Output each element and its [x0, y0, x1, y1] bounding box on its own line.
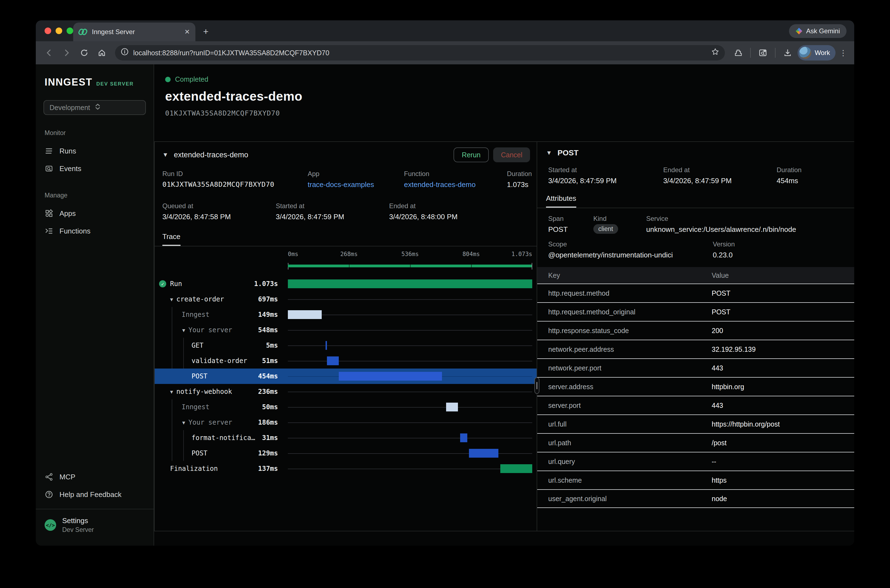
attribute-row: user_agent.originalnode — [537, 489, 854, 508]
chevron-down-icon[interactable]: ▼ — [546, 149, 552, 156]
function-link[interactable]: extended-traces-demo — [404, 180, 507, 189]
trace-row-duration: 149ms — [258, 311, 288, 318]
trace-row[interactable]: format-notifica…31ms — [155, 430, 537, 446]
trace-span-bar[interactable] — [327, 356, 338, 365]
cancel-button[interactable]: Cancel — [493, 147, 530, 162]
meta-label: Run ID — [162, 170, 308, 178]
trace-row[interactable]: POST129ms — [155, 446, 537, 461]
sidebar-item-label: MCP — [59, 473, 75, 481]
trace-row[interactable]: GET5ms — [155, 338, 537, 353]
caret-down-icon[interactable]: ▼ — [182, 420, 185, 426]
caret-down-icon[interactable]: ▼ — [170, 389, 173, 394]
meta-label: Ended at — [663, 166, 777, 174]
sidebar-item-events[interactable]: Events — [36, 160, 153, 177]
trace-scrollbar-handle[interactable] — [534, 377, 540, 394]
attribute-key: http.request.method — [537, 290, 712, 297]
bookmark-star-icon[interactable] — [711, 48, 719, 58]
trace-span-bar[interactable] — [339, 372, 442, 381]
attribute-row: url.schemehttps — [537, 471, 854, 489]
select-chevrons-icon — [95, 103, 140, 112]
side-panel-search-icon[interactable] — [755, 45, 771, 60]
trace-row[interactable]: Inngest50ms — [155, 399, 537, 415]
attribute-key: http.request.method_original — [537, 308, 712, 316]
trace-row[interactable]: Finalization137ms — [155, 461, 537, 476]
reload-button[interactable] — [77, 45, 92, 60]
home-button[interactable] — [94, 45, 110, 60]
sidebar-item-runs[interactable]: Runs — [36, 142, 153, 160]
trace-span-bar[interactable] — [326, 341, 327, 350]
back-button[interactable] — [41, 45, 57, 60]
minimap-divider — [410, 265, 410, 267]
forward-button[interactable] — [59, 45, 74, 60]
attribute-value: 443 — [712, 402, 854, 410]
trace-span-bar[interactable] — [288, 310, 322, 319]
ask-gemini-button[interactable]: Ask Gemini — [789, 24, 846, 38]
trace-span-bar[interactable] — [460, 434, 467, 442]
span-started-at: 3/4/2026, 8:47:59 PM — [548, 177, 663, 185]
extensions-icon[interactable] — [731, 45, 746, 60]
tab-attributes[interactable]: Attributes — [546, 194, 576, 208]
sidebar-item-mcp[interactable]: MCP — [36, 468, 153, 486]
meta-label: App — [308, 170, 404, 178]
trace-row[interactable]: ▼Your server548ms — [155, 322, 537, 338]
trace-row[interactable]: POST454ms — [155, 369, 537, 384]
trace-row[interactable]: ▼notify-webhook236ms — [155, 384, 537, 399]
attribute-row: network.peer.address32.192.95.139 — [537, 340, 854, 358]
trace-row-name: Inngest — [182, 311, 209, 318]
chevron-down-icon[interactable]: ▼ — [162, 151, 168, 158]
attribute-row: url.fullhttps://httpbin.org/post — [537, 414, 854, 433]
url-bar[interactable]: localhost:8288/run?runID=01KJXTWA35SA8D2… — [115, 45, 725, 60]
status-badge: Completed — [175, 75, 208, 83]
sidebar-item-settings[interactable]: </> Settings Dev Server — [36, 509, 153, 542]
attribute-key: network.peer.address — [537, 345, 712, 353]
maximize-window-button[interactable] — [66, 27, 73, 34]
rerun-button[interactable]: Rerun — [454, 147, 489, 162]
app-link[interactable]: trace-docs-examples — [308, 180, 404, 189]
caret-down-icon[interactable]: ▼ — [170, 297, 173, 302]
url-text[interactable]: localhost:8288/run?runID=01KJXTWA35SA8D2… — [133, 49, 707, 57]
sidebar-item-apps[interactable]: Apps — [36, 205, 153, 222]
trace-span-bar[interactable] — [469, 449, 498, 458]
axis-tick-label: 536ms — [401, 251, 419, 257]
minimap-handle-right[interactable] — [532, 263, 532, 270]
span-duration: 454ms — [777, 177, 854, 185]
minimize-window-button[interactable] — [56, 27, 62, 34]
inngest-favicon-icon — [79, 28, 87, 35]
timeline-minimap[interactable] — [288, 263, 532, 270]
span-info: Span POST Kind client Service unknown_se… — [537, 208, 854, 266]
tab-close-icon[interactable]: ✕ — [184, 28, 190, 36]
window-controls — [45, 27, 73, 34]
trace-row-duration: 5ms — [266, 342, 288, 349]
success-check-icon: ✓ — [159, 280, 166, 287]
trace-row[interactable]: Inngest149ms — [155, 307, 537, 322]
close-window-button[interactable] — [45, 27, 51, 34]
browser-menu-icon[interactable]: ⋮ — [838, 48, 849, 57]
span-details-pane: ▼ POST Started at 3/4/2026, 8:47:59 PM E… — [537, 142, 854, 531]
tab-trace[interactable]: Trace — [162, 232, 180, 246]
trace-span-bar[interactable] — [500, 464, 532, 473]
apps-icon — [45, 209, 53, 218]
sidebar-item-functions[interactable]: Functions — [36, 222, 153, 240]
meta-label: Ended at — [389, 202, 537, 210]
trace-row[interactable]: ▼create-order697ms — [155, 291, 537, 307]
axis-tick-label: 804ms — [462, 251, 480, 257]
trace-row-duration: 31ms — [262, 434, 288, 442]
sidebar-item-help[interactable]: Help and Feedback — [36, 486, 153, 503]
version-value: 0.23.0 — [713, 251, 854, 260]
browser-tab[interactable]: Inngest Server ✕ — [73, 22, 195, 41]
trace-span-bar[interactable] — [288, 279, 532, 288]
trace-row-name: validate-order — [191, 357, 247, 364]
profile-chip[interactable]: Work — [798, 45, 836, 60]
environment-select[interactable]: Development — [44, 100, 146, 115]
trace-row[interactable]: ▼Your server186ms — [155, 415, 537, 430]
download-icon[interactable] — [780, 45, 795, 60]
new-tab-button[interactable]: + — [203, 26, 209, 41]
trace-row[interactable]: ✓Run1.073s — [155, 276, 537, 291]
sidebar-item-label: Functions — [59, 227, 90, 236]
attribute-key: url.query — [537, 458, 712, 466]
site-info-icon[interactable] — [120, 48, 129, 58]
trace-row-name: Finalization — [170, 465, 218, 472]
trace-span-bar[interactable] — [446, 403, 458, 411]
caret-down-icon[interactable]: ▼ — [182, 327, 185, 333]
trace-row[interactable]: validate-order51ms — [155, 353, 537, 369]
